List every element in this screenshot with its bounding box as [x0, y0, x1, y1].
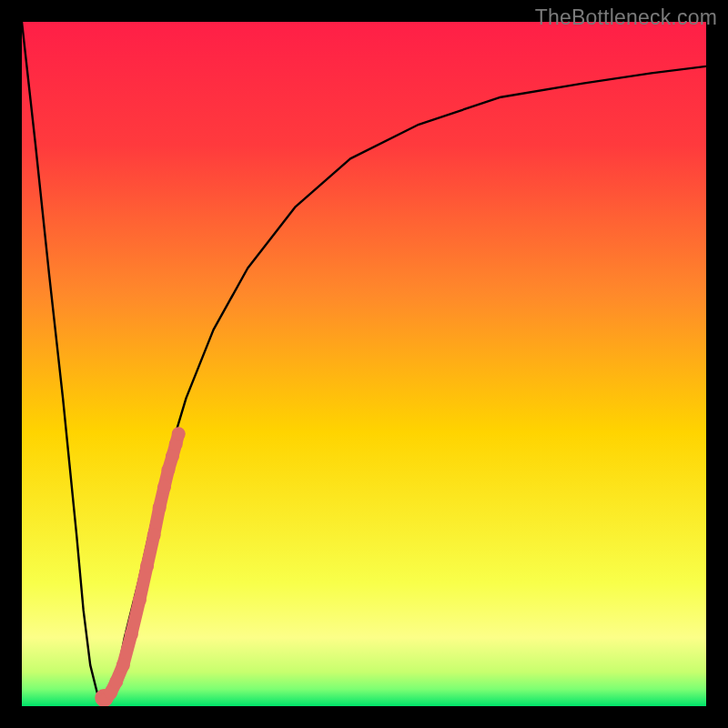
plot-area [22, 22, 706, 706]
highlight-dot [157, 480, 171, 494]
highlight-dot [166, 450, 179, 463]
highlight-dot [109, 674, 123, 688]
watermark-text: TheBottleneck.com [535, 5, 717, 30]
highlight-dot [133, 593, 147, 607]
highlight-dot [147, 529, 161, 542]
highlight-dot [172, 427, 186, 440]
highlight-dot [161, 463, 175, 477]
highlight-dot [140, 559, 154, 572]
gradient-background [22, 22, 706, 706]
highlight-dot [125, 628, 138, 642]
chart-svg [22, 22, 706, 706]
highlight-dot [116, 658, 130, 672]
highlight-dot [153, 500, 167, 514]
chart-frame: TheBottleneck.com [0, 0, 728, 728]
